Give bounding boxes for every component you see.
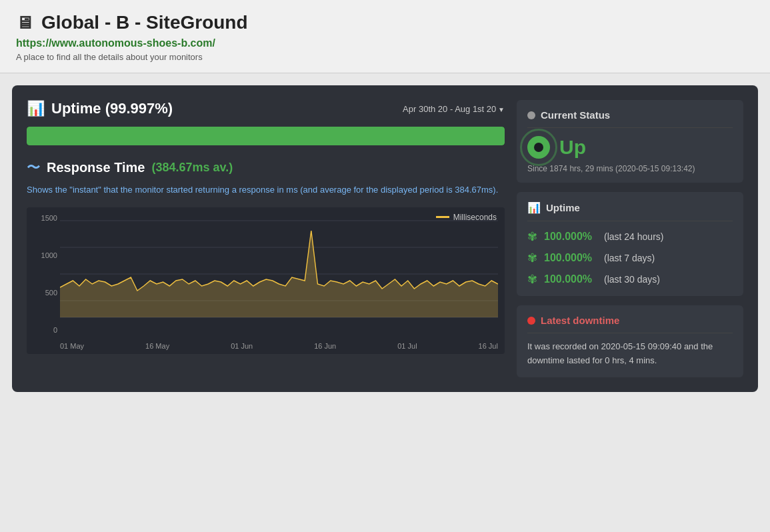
uptime-panel-header: 📊 Uptime: [527, 201, 733, 221]
x-label-16jul: 16 Jul: [479, 342, 498, 350]
uptime-percent-30d: 100.000%: [544, 273, 597, 285]
status-up-text: Up: [559, 136, 586, 159]
uptime-card: 📊 Uptime ✾ 100.000% (last 24 hours) ✾ 10…: [517, 192, 743, 296]
chart-x-axis: 01 May 16 May 01 Jun 16 Jun 01 Jul 16 Ju…: [60, 342, 498, 350]
uptime-header: 📊 Uptime (99.997%) Apr 30th 20 - Aug 1st…: [27, 100, 505, 117]
downtime-header: Latest downtime: [527, 315, 733, 333]
status-since: Since 1874 hrs, 29 mins (2020-05-15 09:1…: [527, 164, 733, 173]
response-time-header: 〜 Response Time (384.67ms av.): [27, 159, 505, 177]
response-icon: 〜: [27, 159, 40, 177]
site-url[interactable]: https://www.autonomous-shoes-b.com/: [16, 37, 754, 49]
uptime-row-30d: ✾ 100.000% (last 30 days): [527, 272, 733, 287]
latest-downtime-card: Latest downtime It was recorded on 2020-…: [517, 305, 743, 377]
x-label-01jul: 01 Jul: [397, 342, 417, 350]
left-panel: 📊 Uptime (99.997%) Apr 30th 20 - Aug 1st…: [27, 100, 505, 377]
y-label-1500: 1500: [41, 214, 57, 222]
page-title: 🖥 Global - B - SiteGround: [16, 12, 754, 33]
status-up-indicator: [527, 136, 550, 159]
uptime-row-24h: ✾ 100.000% (last 24 hours): [527, 229, 733, 244]
main-container: 📊 Uptime (99.997%) Apr 30th 20 - Aug 1st…: [12, 85, 758, 392]
y-label-1000: 1000: [41, 251, 57, 259]
chart-svg: [60, 214, 498, 321]
header-subtitle: A place to find all the details about yo…: [16, 52, 754, 62]
date-range-selector[interactable]: Apr 30th 20 - Aug 1st 20: [403, 104, 505, 114]
uptime-progress-bar: [27, 127, 505, 145]
response-description: Shows the "instant" that the monitor sta…: [27, 183, 505, 197]
uptime-progress-fill: [27, 127, 505, 145]
chart-y-axis: 1500 1000 500 0: [31, 214, 57, 334]
current-status-header: Current Status: [527, 109, 733, 128]
status-up-row: Up: [527, 136, 733, 159]
legend-line: [436, 216, 449, 218]
x-label-01jun: 01 Jun: [231, 342, 253, 350]
current-status-card: Current Status Up Since 1874 hrs, 29 min…: [517, 100, 743, 183]
x-label-16jun: 16 Jun: [314, 342, 336, 350]
uptime-percent-7d: 100.000%: [544, 252, 597, 264]
x-label-01may: 01 May: [60, 342, 84, 350]
response-avg: (384.67ms av.): [151, 161, 233, 175]
downtime-text: It was recorded on 2020-05-15 09:09:40 a…: [527, 340, 733, 368]
bar-chart-icon: 📊: [27, 100, 45, 117]
current-status-icon: [527, 111, 535, 119]
y-label-500: 500: [45, 289, 57, 297]
uptime-percent-24h: 100.000%: [544, 231, 597, 243]
uptime-period-24h: (last 24 hours): [604, 231, 663, 242]
star-icon-24h: ✾: [527, 229, 537, 244]
star-icon-30d: ✾: [527, 272, 537, 287]
right-panel: Current Status Up Since 1874 hrs, 29 min…: [517, 100, 743, 377]
y-label-0: 0: [53, 326, 57, 334]
uptime-bar-icon: 📊: [527, 201, 541, 214]
uptime-period-30d: (last 30 days): [604, 274, 660, 285]
uptime-period-7d: (last 7 days): [604, 253, 655, 263]
page-header: 🖥 Global - B - SiteGround https://www.au…: [0, 0, 770, 73]
uptime-title: 📊 Uptime (99.997%): [27, 100, 173, 117]
x-label-16may: 16 May: [145, 342, 169, 350]
star-icon-7d: ✾: [527, 251, 537, 265]
monitor-icon: 🖥: [16, 13, 33, 33]
uptime-row-7d: ✾ 100.000% (last 7 days): [527, 251, 733, 265]
response-time-chart: Milliseconds 1500 1000 500 0: [27, 207, 505, 354]
downtime-red-dot: [527, 317, 535, 325]
status-indicator-inner: [534, 143, 543, 152]
chart-legend: Milliseconds: [436, 213, 497, 222]
